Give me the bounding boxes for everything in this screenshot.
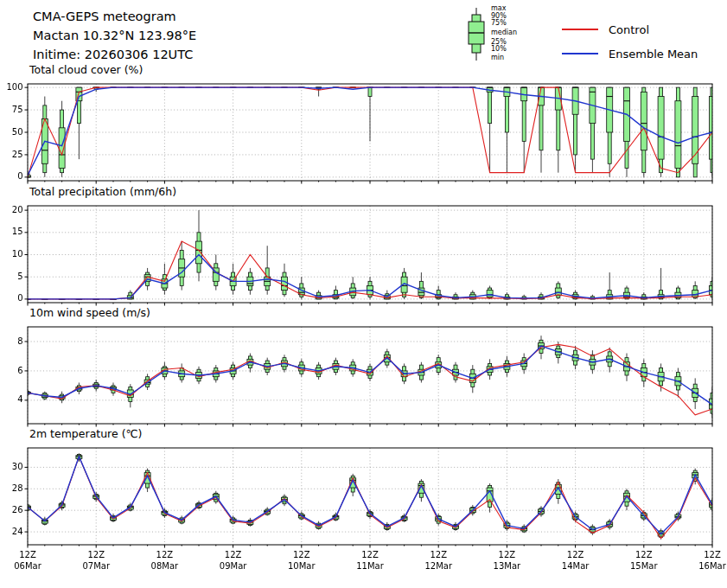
legend-entry-ensemble-mean: Ensemble Mean [562, 45, 698, 62]
legend-label-ensemble-mean: Ensemble Mean [609, 48, 698, 61]
ensemble-mean-line-swatch [562, 53, 598, 54]
temperature-chart [2, 444, 726, 576]
station-info: Mactan 10.32°N 123.98°E [33, 26, 196, 45]
legend-label-median: median [491, 29, 517, 36]
legend-label-min: min [491, 54, 504, 61]
meteogram-figure: CMA-GEPS meteogram Mactan 10.32°N 123.98… [0, 0, 727, 588]
legend-label-75: 75% [491, 20, 507, 27]
header: CMA-GEPS meteogram Mactan 10.32°N 123.98… [33, 7, 196, 64]
figure-title: CMA-GEPS meteogram [33, 7, 196, 26]
panel-title-cloud-cover: Total cloud cover (%) [29, 63, 143, 76]
panel-title-precipitation: Total precipitation (mm/6h) [29, 185, 176, 198]
control-line-swatch [562, 29, 598, 30]
precipitation-chart [2, 201, 726, 306]
init-time: Initime: 20260306 12UTC [33, 45, 196, 64]
line-legend: Control Ensemble Mean [562, 21, 698, 69]
wind-speed-chart [2, 323, 726, 427]
legend-entry-control: Control [562, 21, 698, 38]
legend-label-control: Control [609, 23, 649, 36]
panel-title-temperature: 2m temperature (℃) [29, 427, 142, 440]
cloud-cover-chart [2, 80, 726, 184]
boxplot-glyph-icon [463, 5, 489, 64]
panel-title-wind-speed: 10m wind speed (m/s) [29, 306, 150, 319]
legend-label-max: max [491, 5, 506, 12]
boxplot-legend-labels: max 90% 75% median 25% 10% min [491, 5, 543, 64]
legend-label-10: 10% [491, 46, 507, 53]
